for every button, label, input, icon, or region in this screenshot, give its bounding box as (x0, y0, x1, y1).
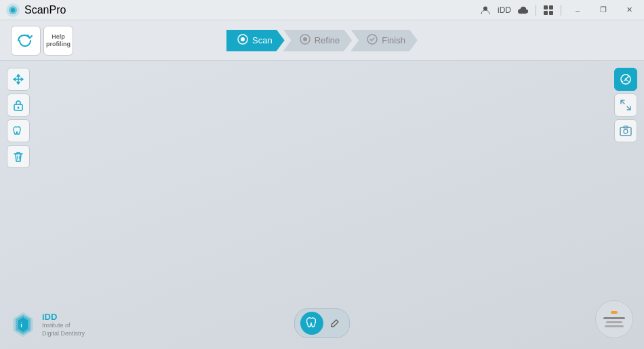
step-finish[interactable]: Finish (350, 30, 418, 52)
step-scan[interactable]: Scan (226, 30, 285, 52)
refine-step-label: Refine (315, 35, 340, 45)
screenshot-button[interactable] (614, 119, 637, 142)
bottom-center-widget (294, 308, 350, 338)
spinner-line-1 (603, 317, 625, 319)
svg-rect-6 (544, 11, 548, 15)
spinner-visual (603, 311, 625, 327)
titlebar-right: iDD – ❐ ✕ (480, 3, 639, 18)
scan-step-icon (237, 34, 248, 47)
divider (536, 5, 536, 16)
help-label: Helpprofiling (46, 33, 71, 48)
svg-rect-7 (549, 11, 553, 15)
delete-button[interactable] (7, 145, 30, 168)
svg-point-11 (303, 37, 307, 41)
minimize-button[interactable]: – (568, 3, 587, 18)
app-logo-icon (5, 3, 20, 18)
gauge-button[interactable] (614, 68, 637, 91)
right-toolbar (614, 68, 637, 142)
steps-nav: Scan Refine Finish (226, 30, 418, 52)
toolbar-left: Helpprofiling (11, 26, 73, 56)
refine-step-icon (300, 34, 310, 47)
svg-point-20 (624, 129, 628, 134)
toolbar: Helpprofiling Scan Refine (0, 20, 644, 61)
scan-tooth-button[interactable] (300, 312, 323, 335)
idd-title: iDD (42, 312, 85, 322)
idd-subtitle-2: Digital Dentistry (42, 330, 85, 338)
cloud-icon[interactable] (518, 5, 529, 16)
left-toolbar (7, 68, 30, 168)
svg-point-9 (241, 37, 245, 41)
maximize-button[interactable]: ❐ (594, 3, 613, 18)
scan-widget (294, 308, 350, 338)
help-button[interactable]: Helpprofiling (43, 26, 73, 56)
idd-label: iDD (498, 5, 511, 15)
new-button[interactable] (11, 26, 41, 56)
bottom-logo: i iDD Institute of Digital Dentistry (11, 311, 85, 338)
idd-logo-icon: i (11, 311, 35, 338)
scan-step-label: Scan (252, 35, 273, 45)
bottom-right-spinner (595, 300, 633, 338)
step-refine[interactable]: Refine (283, 30, 353, 52)
svg-rect-4 (544, 5, 548, 9)
svg-point-2 (11, 8, 15, 12)
svg-point-14 (18, 107, 20, 109)
close-button[interactable]: ✕ (620, 3, 639, 18)
divider2 (561, 5, 561, 16)
finish-step-icon (367, 34, 378, 47)
titlebar-left: ScanPro (5, 3, 66, 18)
grid-icon[interactable] (543, 5, 554, 16)
finish-step-label: Finish (382, 35, 405, 45)
svg-rect-5 (549, 5, 553, 9)
profile-icon[interactable] (480, 5, 491, 16)
spinner-dot (611, 311, 618, 314)
main-viewport: i iDD Institute of Digital Dentistry (0, 61, 644, 349)
spinner-line-2 (606, 321, 622, 323)
app-title: ScanPro (24, 4, 66, 16)
idd-subtitle-1: Institute of (42, 322, 85, 330)
spinner-line-3 (605, 325, 624, 327)
lock-button[interactable] (7, 94, 30, 117)
expand-button[interactable] (614, 94, 637, 117)
svg-text:i: i (20, 322, 22, 329)
idd-text-block: iDD Institute of Digital Dentistry (42, 312, 85, 337)
svg-rect-19 (620, 127, 631, 136)
spinner-circle (595, 300, 633, 338)
titlebar: ScanPro iDD – (0, 0, 644, 20)
tooth-button[interactable] (7, 119, 30, 142)
move-button[interactable] (7, 68, 30, 91)
scan-edit-button[interactable] (326, 314, 344, 332)
